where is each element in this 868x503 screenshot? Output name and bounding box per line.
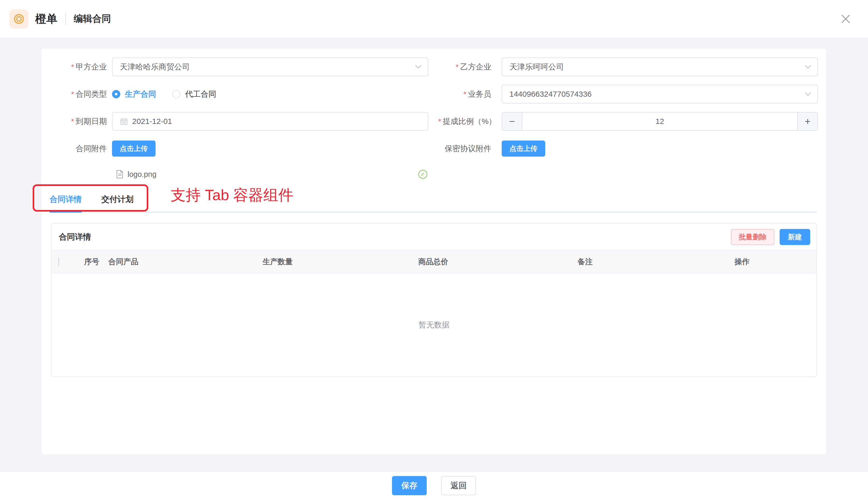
- batch-delete-button[interactable]: 批量删除: [731, 229, 774, 245]
- title-divider: [65, 13, 66, 25]
- commission-value[interactable]: 12: [523, 113, 797, 130]
- file-name: logo.png: [127, 170, 156, 179]
- brand-name: 橙单: [35, 12, 58, 26]
- form-row-attachments: 合同附件 点击上传 保密协议附件 点击上传: [41, 139, 826, 158]
- nda-upload-button[interactable]: 点击上传: [502, 141, 545, 157]
- party-a-value: 天津哈哈乐商贸公司: [120, 62, 416, 72]
- contract-detail-panel: 合同详情 批量删除 新建 序号 合同产品 生产数量 商品总价 备注 操作 暂无数…: [51, 223, 817, 377]
- radio-label: 代工合同: [185, 89, 216, 100]
- uploaded-file-item[interactable]: logo.png ✓: [112, 166, 428, 182]
- column-header-quantity: 生产数量: [256, 257, 412, 267]
- tab-bar: 合同详情 交付计划: [50, 191, 817, 213]
- empty-state-text: 暂无数据: [52, 274, 816, 377]
- annotation-text: 支持 Tab 容器组件: [170, 185, 293, 205]
- back-button[interactable]: 返回: [441, 476, 476, 495]
- tab-delivery-plan[interactable]: 交付计划: [101, 191, 134, 212]
- required-star: *: [438, 117, 441, 125]
- column-header-note: 备注: [571, 257, 728, 267]
- edit-contract-card: *甲方企业 天津哈哈乐商贸公司 *乙方企业 天津乐呵呵公司: [41, 49, 826, 454]
- nda-attachment-label: 保密协议附件: [438, 143, 491, 154]
- main-area: *甲方企业 天津哈哈乐商贸公司 *乙方企业 天津乐呵呵公司: [0, 38, 868, 472]
- party-b-value: 天津乐呵呵公司: [509, 62, 806, 72]
- form-row-date-commission: *到期日期 2021-12-01: [41, 112, 826, 131]
- orange-icon: [13, 13, 25, 25]
- contract-upload-button[interactable]: 点击上传: [112, 141, 156, 157]
- expire-date-input[interactable]: 2021-12-01: [112, 112, 428, 131]
- radio-label: 生产合同: [125, 89, 156, 100]
- form-row-type-salesman: *合同类型 生产合同 代工合同 *业务员 1440966324770: [41, 85, 826, 103]
- column-header-actions: 操作: [728, 257, 816, 267]
- upload-success-icon: ✓: [418, 170, 427, 179]
- contract-type-label: *合同类型: [41, 89, 107, 100]
- required-star: *: [455, 62, 459, 71]
- tab-contract-detail[interactable]: 合同详情: [50, 191, 82, 212]
- required-star: *: [71, 62, 74, 71]
- chevron-down-icon: [805, 62, 811, 69]
- required-star: *: [71, 117, 74, 125]
- save-button[interactable]: 保存: [392, 476, 427, 495]
- commission-label: *提成比例（%）: [438, 116, 491, 127]
- salesman-label: *业务员: [438, 89, 491, 100]
- contract-attachment-label: 合同附件: [41, 143, 107, 154]
- required-star: *: [71, 90, 74, 98]
- radio-unselected-icon: [172, 90, 180, 98]
- salesman-value: 1440966324770574336: [509, 90, 806, 99]
- commission-stepper: − 12 +: [502, 112, 818, 131]
- calendar-icon: [120, 117, 128, 125]
- salesman-select[interactable]: 1440966324770574336: [502, 85, 818, 103]
- required-star: *: [463, 90, 466, 98]
- contract-type-radio-group: 生产合同 代工合同: [112, 89, 232, 100]
- chevron-down-icon: [415, 62, 421, 69]
- footer-action-bar: 保存 返回: [0, 472, 868, 503]
- column-header-product: 合同产品: [102, 257, 256, 267]
- column-header-total-price: 商品总价: [412, 257, 571, 267]
- chevron-down-icon: [805, 90, 811, 96]
- radio-oem-contract[interactable]: 代工合同: [172, 89, 216, 100]
- table-header-row: 序号 合同产品 生产数量 商品总价 备注 操作: [52, 250, 816, 274]
- expire-date-value: 2021-12-01: [132, 117, 172, 126]
- form-row-companies: *甲方企业 天津哈哈乐商贸公司 *乙方企业 天津乐呵呵公司: [41, 58, 826, 76]
- page-title: 编辑合同: [74, 12, 111, 25]
- close-icon: [840, 13, 852, 25]
- stepper-increase-button[interactable]: +: [797, 113, 817, 130]
- radio-production-contract[interactable]: 生产合同: [112, 89, 156, 100]
- radio-selected-icon: [112, 90, 120, 98]
- app-logo: [9, 9, 29, 29]
- column-header-index: 序号: [75, 257, 102, 267]
- create-button[interactable]: 新建: [779, 229, 810, 245]
- detail-toolbar: 合同详情 批量删除 新建: [52, 224, 816, 250]
- party-a-select[interactable]: 天津哈哈乐商贸公司: [112, 58, 428, 76]
- party-b-select[interactable]: 天津乐呵呵公司: [502, 58, 818, 76]
- detail-section-title: 合同详情: [59, 232, 731, 243]
- expire-date-label: *到期日期: [41, 116, 107, 127]
- party-b-label: *乙方企业: [438, 62, 491, 72]
- top-bar: 橙单 编辑合同: [0, 0, 868, 38]
- stepper-decrease-button[interactable]: −: [502, 113, 523, 130]
- select-all-checkbox[interactable]: [58, 257, 59, 267]
- party-a-label: *甲方企业: [41, 62, 107, 72]
- file-document-icon: [116, 170, 123, 179]
- close-button[interactable]: [838, 11, 854, 27]
